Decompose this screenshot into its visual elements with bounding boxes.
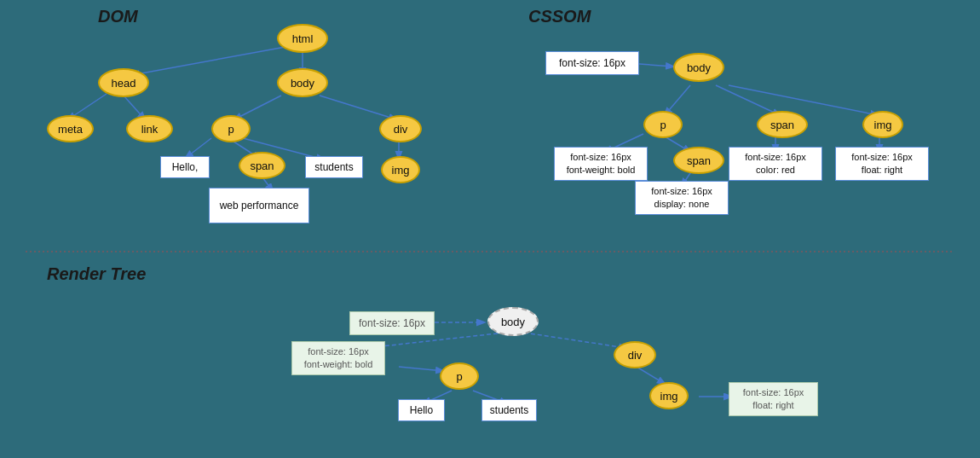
svg-line-23 bbox=[524, 333, 626, 348]
cssom-img-node: img bbox=[862, 111, 903, 138]
cssom-p-node: p bbox=[643, 111, 683, 138]
cssom-body-node: body bbox=[673, 53, 724, 82]
dom-head-node: head bbox=[98, 68, 149, 97]
svg-line-6 bbox=[186, 138, 211, 158]
svg-line-24 bbox=[399, 367, 443, 371]
dom-hello-rect: Hello, bbox=[160, 156, 210, 178]
rt-hello-rect: Hello bbox=[398, 399, 445, 421]
svg-line-14 bbox=[729, 85, 878, 115]
svg-line-4 bbox=[234, 96, 281, 119]
rt-body-node: body bbox=[487, 307, 539, 336]
dom-web-performance-rect: web performance bbox=[209, 188, 309, 223]
dom-img-node: img bbox=[381, 156, 420, 183]
dom-html-node: html bbox=[277, 24, 328, 53]
rt-img-props-rect: font-size: 16px float: right bbox=[729, 382, 818, 416]
dom-label: DOM bbox=[98, 7, 138, 26]
render-tree-label: Render Tree bbox=[47, 264, 146, 284]
diagram-container: DOM CSSOM Render Tree html head body met… bbox=[0, 0, 980, 458]
dom-p-node: p bbox=[211, 115, 251, 142]
cssom-span-top-node: span bbox=[757, 111, 808, 138]
dom-span-node: span bbox=[239, 152, 285, 179]
dom-div-node: div bbox=[379, 115, 422, 142]
rt-img-node: img bbox=[649, 382, 689, 409]
svg-line-0 bbox=[132, 47, 285, 75]
svg-line-13 bbox=[716, 85, 780, 115]
cssom-span-props-rect: font-size: 16px color: red bbox=[729, 147, 822, 181]
cssom-label: CSSOM bbox=[528, 7, 591, 26]
cssom-p-props-rect: font-size: 16px font-weight: bold bbox=[554, 147, 648, 181]
rt-div-node: div bbox=[614, 341, 656, 368]
dom-students-rect: students bbox=[305, 156, 363, 178]
rt-p-props-rect: font-size: 16px font-weight: bold bbox=[291, 341, 385, 375]
cssom-span-inner-node: span bbox=[673, 147, 724, 174]
rt-students-rect: students bbox=[481, 399, 537, 421]
svg-line-27 bbox=[637, 367, 665, 384]
dom-meta-node: meta bbox=[47, 115, 94, 142]
svg-line-5 bbox=[320, 96, 396, 119]
dom-body-node: body bbox=[277, 68, 328, 97]
dom-link-node: link bbox=[126, 115, 173, 142]
cssom-img-props-rect: font-size: 16px float: right bbox=[835, 147, 929, 181]
cssom-span-inner-props-rect: font-size: 16px display: none bbox=[635, 181, 729, 215]
rt-fontsize-rect: font-size: 16px bbox=[349, 311, 435, 335]
rt-p-node: p bbox=[440, 362, 479, 390]
arrows-svg bbox=[0, 0, 980, 458]
cssom-fontsize-rect: font-size: 16px bbox=[545, 51, 639, 75]
